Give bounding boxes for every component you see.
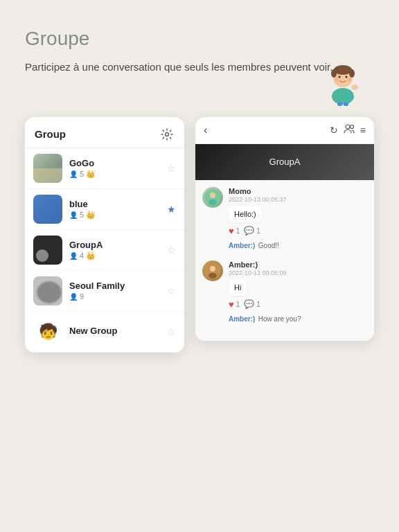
comment-count: 1 bbox=[256, 227, 260, 235]
message-reactions: ♥ 1 💬 1 bbox=[229, 299, 367, 310]
reply-text-content: Good!! bbox=[258, 242, 279, 249]
reply-text-content: How are you? bbox=[258, 315, 301, 323]
chat-group-name: GroupA bbox=[269, 157, 301, 167]
sender-name: Amber:) bbox=[229, 260, 367, 269]
settings-icon[interactable] bbox=[159, 127, 175, 142]
chat-message: Momo 2022-10-13 00:05:37 Hello:) ♥ 1 💬 bbox=[202, 187, 367, 251]
group-thumb-groupa bbox=[33, 236, 62, 265]
group-name: GoGo bbox=[69, 158, 160, 168]
svg-point-7 bbox=[346, 76, 348, 78]
svg-point-20 bbox=[209, 273, 217, 278]
message-body: Amber:) 2022-10-13 00:05:09 Hi ♥ 1 💬 bbox=[229, 260, 367, 324]
people-icon[interactable] bbox=[344, 124, 355, 136]
group-meta: 👤 5 👑 bbox=[69, 211, 160, 220]
message-time: 2022-10-13 00:05:09 bbox=[229, 269, 367, 276]
list-item[interactable]: blue 👤 5 👑 ★ bbox=[25, 189, 184, 230]
list-item[interactable]: Seoul Family 👤 9 ☆ bbox=[25, 271, 184, 312]
svg-point-10 bbox=[351, 85, 358, 90]
group-name: blue bbox=[69, 199, 160, 209]
group-meta: 👤 4 👑 bbox=[69, 251, 160, 260]
star-icon[interactable]: ☆ bbox=[167, 163, 176, 174]
list-item[interactable]: GoGo 👤 5 👑 ☆ bbox=[25, 148, 184, 189]
comment-icon: 💬 bbox=[244, 299, 254, 309]
phone-header: Group bbox=[25, 117, 184, 148]
members-icon: 👤 bbox=[69, 252, 78, 260]
heart-reaction[interactable]: ♥ 1 bbox=[229, 299, 240, 310]
avatar bbox=[202, 187, 223, 208]
group-name: New Group bbox=[69, 326, 160, 336]
svg-point-13 bbox=[346, 125, 350, 129]
page-container: Groupe Participez à une conversation que… bbox=[0, 0, 399, 373]
comment-reaction[interactable]: 💬 1 bbox=[244, 226, 260, 236]
svg-rect-11 bbox=[337, 103, 342, 106]
group-list: GoGo 👤 5 👑 ☆ blue bbox=[25, 148, 184, 353]
heart-count: 1 bbox=[236, 227, 240, 235]
sender-name: Momo bbox=[229, 187, 367, 195]
chat-messages: Momo 2022-10-13 00:05:37 Hello:) ♥ 1 💬 bbox=[195, 180, 374, 341]
group-thumb-blue bbox=[33, 195, 62, 224]
heart-count: 1 bbox=[236, 301, 240, 308]
comment-reaction[interactable]: 💬 1 bbox=[244, 299, 260, 309]
heart-icon: ♥ bbox=[229, 226, 234, 236]
svg-point-1 bbox=[332, 88, 354, 105]
heart-reaction[interactable]: ♥ 1 bbox=[229, 226, 240, 236]
star-icon[interactable]: ☆ bbox=[167, 285, 176, 296]
crown-icon: 👑 bbox=[86, 170, 96, 179]
screenshots-row: Group GoGo 👤 bbox=[25, 96, 374, 353]
chat-header: ‹ ↻ ≡ bbox=[195, 117, 374, 144]
crown-icon: 👑 bbox=[86, 251, 96, 260]
character-illustration bbox=[319, 58, 367, 107]
star-icon-active[interactable]: ★ bbox=[167, 204, 176, 215]
comment-icon: 💬 bbox=[244, 226, 254, 236]
svg-point-16 bbox=[210, 193, 215, 198]
phone-right-wrapper: ‹ ↻ ≡ bbox=[195, 96, 374, 341]
phone-left: Group GoGo 👤 bbox=[25, 117, 184, 353]
svg-point-14 bbox=[350, 125, 353, 129]
chat-message: Amber:) 2022-10-13 00:05:09 Hi ♥ 1 💬 bbox=[202, 260, 367, 324]
avatar-momo bbox=[202, 187, 223, 208]
phone-header-title: Group bbox=[35, 128, 66, 140]
message-reactions: ♥ 1 💬 1 bbox=[229, 226, 367, 236]
reply-line: Amber:) Good!! bbox=[229, 238, 367, 251]
group-info: blue 👤 5 👑 bbox=[69, 199, 160, 220]
page-title: Groupe bbox=[25, 28, 374, 50]
message-bubble: Hi bbox=[229, 279, 247, 296]
reply-label: Amber:) bbox=[229, 315, 255, 323]
chat-header-icons: ↻ ≡ bbox=[330, 124, 366, 136]
svg-rect-12 bbox=[344, 103, 348, 106]
group-name: Seoul Family bbox=[69, 281, 160, 291]
svg-point-9 bbox=[347, 78, 351, 82]
message-time: 2022-10-13 00:05:37 bbox=[229, 196, 367, 203]
avatar bbox=[202, 260, 223, 281]
svg-point-17 bbox=[209, 200, 217, 205]
refresh-icon[interactable]: ↻ bbox=[330, 125, 338, 136]
crown-icon: 👑 bbox=[86, 211, 96, 220]
chat-banner: GroupA bbox=[195, 144, 374, 180]
list-item[interactable]: 🧒 New Group ☆ bbox=[25, 312, 184, 353]
svg-point-4 bbox=[331, 69, 337, 78]
message-bubble: Hello:) bbox=[229, 206, 262, 222]
group-thumb-newgroup: 🧒 bbox=[33, 317, 62, 346]
members-icon: 👤 bbox=[69, 170, 78, 178]
svg-point-19 bbox=[210, 266, 215, 272]
menu-icon[interactable]: ≡ bbox=[360, 125, 366, 136]
group-info: New Group bbox=[69, 326, 160, 337]
members-icon: 👤 bbox=[69, 211, 78, 219]
group-info: Seoul Family 👤 9 bbox=[69, 281, 160, 301]
group-thumb-gogo bbox=[33, 154, 62, 183]
phone-right: ‹ ↻ ≡ bbox=[195, 117, 374, 341]
star-icon[interactable]: ☆ bbox=[167, 326, 176, 337]
message-body: Momo 2022-10-13 00:05:37 Hello:) ♥ 1 💬 bbox=[229, 187, 367, 251]
newgroup-emoji: 🧒 bbox=[33, 317, 62, 346]
group-info: GoGo 👤 5 👑 bbox=[69, 158, 160, 179]
group-thumb-seoul bbox=[33, 276, 62, 305]
comment-count: 1 bbox=[256, 301, 260, 308]
list-item[interactable]: GroupA 👤 4 👑 ☆ bbox=[25, 230, 184, 271]
svg-point-5 bbox=[349, 69, 355, 78]
group-name: GroupA bbox=[69, 240, 160, 250]
reply-label: Amber:) bbox=[229, 242, 255, 249]
back-button[interactable]: ‹ bbox=[204, 124, 207, 136]
star-icon[interactable]: ☆ bbox=[167, 245, 176, 256]
members-icon: 👤 bbox=[69, 293, 78, 301]
avatar-amber bbox=[202, 260, 223, 281]
